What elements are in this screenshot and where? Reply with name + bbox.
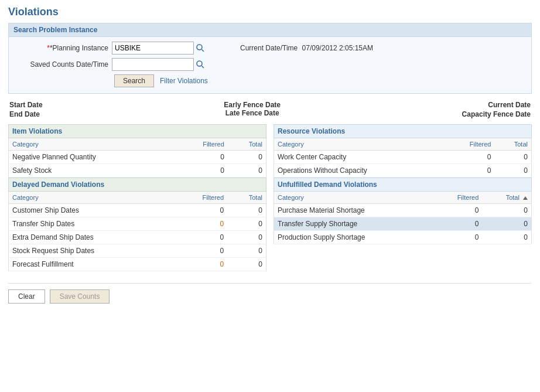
unfulfilled-row3-filtered: 0 bbox=[434, 231, 482, 244]
left-table-section: Item Violations Category Filtered Total … bbox=[8, 124, 266, 271]
unfulfilled-row1-category: Purchase Material Shortage bbox=[274, 204, 435, 217]
planning-instance-input[interactable] bbox=[112, 42, 194, 54]
delayed-row2-category: Transfer Ship Dates bbox=[9, 217, 175, 231]
page-container: Violations Search Problem Instance **Pla… bbox=[0, 0, 540, 309]
table-row: Operations Without Capacity 0 0 bbox=[274, 164, 532, 178]
item-filtered-col-header: Filtered bbox=[176, 138, 228, 151]
delayed-row3-total: 0 bbox=[227, 231, 266, 244]
delayed-total-col-header: Total bbox=[227, 192, 266, 204]
item-row2-category: Safety Stock bbox=[9, 164, 176, 178]
resource-row1-filtered: 0 bbox=[445, 151, 495, 164]
delayed-row5-total: 0 bbox=[227, 258, 266, 271]
delayed-row5-category: Forecast Fulfillment bbox=[9, 258, 175, 271]
start-date-label: Start Date bbox=[9, 101, 43, 109]
item-row2-filtered: 0 bbox=[176, 164, 228, 178]
resource-total-col-header: Total bbox=[495, 138, 532, 151]
right-table-section: Resource Violations Category Filtered To… bbox=[274, 124, 532, 271]
table-row: Extra Demand Ship Dates 0 0 bbox=[9, 231, 266, 244]
current-datetime-value: 07/09/2012 2:05:15AM bbox=[302, 44, 373, 52]
dates-center: Early Fence Date Late Fence Date bbox=[43, 101, 462, 117]
resource-violations-col-headers: Category Filtered Total bbox=[274, 138, 532, 151]
delayed-row1-filtered: 0 bbox=[175, 204, 227, 217]
item-row2-total: 0 bbox=[228, 164, 266, 178]
item-total-col-header: Total bbox=[228, 138, 266, 151]
svg-point-0 bbox=[197, 45, 202, 50]
dates-right: Current Date Capacity Fence Date bbox=[462, 101, 531, 118]
resource-row2-filtered: 0 bbox=[445, 164, 495, 178]
resource-row2-total: 0 bbox=[495, 164, 532, 178]
table-row: Production Supply Shortage 0 0 bbox=[274, 231, 532, 244]
saved-counts-row: Saved Counts Date/Time bbox=[18, 58, 522, 71]
item-violations-table: Item Violations Category Filtered Total … bbox=[8, 124, 266, 178]
unfulfilled-row3-category: Production Supply Shortage bbox=[274, 231, 435, 244]
delayed-row1-total: 0 bbox=[227, 204, 266, 217]
unfulfilled-row2-category: Transfer Supply Shortage bbox=[274, 217, 435, 231]
delayed-cat-col-header: Category bbox=[9, 192, 175, 204]
item-row1-filtered: 0 bbox=[176, 151, 228, 164]
table-row: Stock Request Ship Dates 0 0 bbox=[9, 244, 266, 258]
table-row: Work Center Capacity 0 0 bbox=[274, 151, 532, 164]
delayed-row2-filtered: 0 bbox=[175, 217, 227, 231]
table-row: Negative Planned Quantity 0 0 bbox=[9, 151, 266, 164]
table-row: Transfer Ship Dates 0 0 bbox=[9, 217, 266, 231]
delayed-demand-header-row: Delayed Demand Violations bbox=[9, 178, 266, 192]
planning-instance-row: **Planning Instance Current Date/Time 07… bbox=[18, 42, 522, 54]
delayed-row4-filtered: 0 bbox=[175, 244, 227, 258]
capacity-fence-label: Capacity Fence Date bbox=[462, 110, 531, 118]
search-actions: Search Filter Violations bbox=[114, 74, 522, 87]
current-datetime: Current Date/Time 07/09/2012 2:05:15AM bbox=[240, 44, 373, 52]
save-counts-button[interactable]: Save Counts bbox=[50, 289, 110, 304]
resource-row1-total: 0 bbox=[495, 151, 532, 164]
unfulfilled-filtered-col-header: Filtered bbox=[434, 192, 482, 204]
delayed-filtered-col-header: Filtered bbox=[175, 192, 227, 204]
svg-point-2 bbox=[197, 61, 202, 66]
tables-container: Item Violations Category Filtered Total … bbox=[8, 124, 532, 271]
item-cat-col-header: Category bbox=[9, 138, 176, 151]
clear-button[interactable]: Clear bbox=[8, 289, 45, 304]
resource-filtered-col-header: Filtered bbox=[445, 138, 495, 151]
resource-row1-category: Work Center Capacity bbox=[274, 151, 445, 164]
delayed-row2-total: 0 bbox=[227, 217, 266, 231]
filter-violations-link[interactable]: Filter Violations bbox=[160, 77, 208, 85]
unfulfilled-demand-title: Unfulfilled Demand Violations bbox=[274, 178, 532, 192]
svg-line-3 bbox=[202, 66, 204, 69]
early-fence-label: Early Fence Date bbox=[43, 101, 462, 109]
unfulfilled-row2-filtered: 0 bbox=[434, 217, 482, 231]
late-fence-label: Late Fence Date bbox=[43, 109, 462, 117]
unfulfilled-demand-table: Unfulfilled Demand Violations Category F… bbox=[274, 178, 532, 244]
search-section-header: Search Problem Instance bbox=[9, 23, 531, 37]
table-row: Customer Ship Dates 0 0 bbox=[9, 204, 266, 217]
planning-instance-search-icon-btn[interactable] bbox=[196, 43, 205, 53]
end-date-label: End Date bbox=[9, 110, 43, 118]
unfulfilled-row1-total: 0 bbox=[482, 204, 531, 217]
saved-counts-search-icon-btn[interactable] bbox=[196, 60, 205, 69]
resource-row2-category: Operations Without Capacity bbox=[274, 164, 445, 178]
table-row: Purchase Material Shortage 0 0 bbox=[274, 204, 532, 217]
saved-counts-magnifier-icon bbox=[196, 60, 205, 69]
table-row: Transfer Supply Shortage 0 0 bbox=[274, 217, 532, 231]
dates-row: Start Date End Date Early Fence Date Lat… bbox=[8, 101, 532, 118]
item-row1-total: 0 bbox=[228, 151, 266, 164]
unfulfilled-demand-header-row: Unfulfilled Demand Violations bbox=[274, 178, 532, 192]
table-row: Safety Stock 0 0 bbox=[9, 164, 266, 178]
delayed-row3-filtered: 0 bbox=[175, 231, 227, 244]
current-datetime-label: Current Date/Time bbox=[240, 44, 298, 52]
item-row1-category: Negative Planned Quantity bbox=[9, 151, 176, 164]
unfulfilled-cat-col-header: Category bbox=[274, 192, 435, 204]
unfulfilled-demand-col-headers: Category Filtered Total bbox=[274, 192, 532, 204]
unfulfilled-row1-filtered: 0 bbox=[434, 204, 482, 217]
sort-icon bbox=[523, 196, 528, 200]
saved-counts-label: Saved Counts Date/Time bbox=[18, 60, 112, 69]
delayed-demand-col-headers: Category Filtered Total bbox=[9, 192, 266, 204]
current-date-label: Current Date bbox=[462, 101, 531, 109]
resource-violations-header-row: Resource Violations bbox=[274, 125, 532, 138]
delayed-row4-total: 0 bbox=[227, 244, 266, 258]
planning-instance-label: **Planning Instance bbox=[18, 44, 112, 52]
delayed-demand-table: Delayed Demand Violations Category Filte… bbox=[8, 178, 266, 271]
unfulfilled-row2-total: 0 bbox=[482, 217, 531, 231]
saved-counts-input[interactable] bbox=[112, 58, 194, 71]
delayed-row5-filtered: 0 bbox=[175, 258, 227, 271]
item-violations-title: Item Violations bbox=[9, 125, 266, 138]
search-section: Search Problem Instance **Planning Insta… bbox=[8, 23, 532, 94]
search-button[interactable]: Search bbox=[114, 74, 154, 87]
